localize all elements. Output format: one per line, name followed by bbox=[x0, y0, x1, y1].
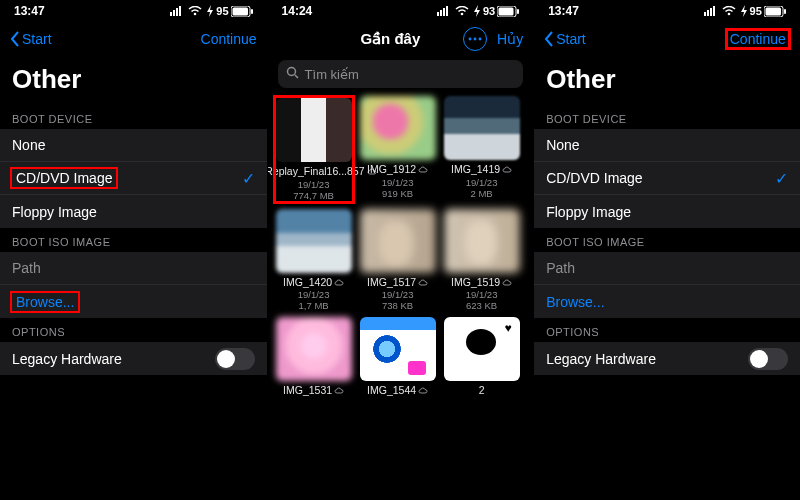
boot-device-cd[interactable]: CD/DVD Image ✓ bbox=[0, 162, 267, 195]
continue-label: Continue bbox=[201, 31, 257, 47]
boot-device-none[interactable]: None bbox=[0, 129, 267, 162]
options-list: Legacy Hardware bbox=[534, 342, 800, 375]
continue-button[interactable]: Continue bbox=[201, 31, 257, 47]
row-label: CD/DVD Image bbox=[546, 170, 642, 186]
file-date: 19/1/23 bbox=[382, 177, 414, 188]
svg-rect-17 bbox=[517, 9, 519, 14]
wifi-icon bbox=[722, 6, 736, 16]
file-grid: RPReplay_Final16...857 19/1/23774,7 MBIM… bbox=[268, 96, 534, 397]
status-time: 13:47 bbox=[14, 4, 45, 18]
row-label: Legacy Hardware bbox=[546, 351, 656, 367]
file-thumbnail bbox=[444, 209, 520, 273]
back-button[interactable]: Start bbox=[10, 31, 52, 47]
boot-device-none[interactable]: None bbox=[534, 129, 800, 162]
file-size: 919 KB bbox=[382, 188, 413, 199]
svg-rect-12 bbox=[446, 6, 448, 16]
battery-indicator: 95 bbox=[206, 5, 252, 17]
file-tile[interactable]: IMG_1531 bbox=[274, 317, 354, 397]
wifi-icon bbox=[455, 6, 469, 16]
boot-device-floppy[interactable]: Floppy Image bbox=[534, 195, 800, 228]
svg-marker-5 bbox=[207, 5, 213, 17]
file-thumbnail bbox=[444, 96, 520, 160]
row-label: Floppy Image bbox=[12, 204, 97, 220]
svg-rect-11 bbox=[443, 8, 445, 16]
browse-button[interactable]: Browse... bbox=[0, 285, 267, 318]
more-options-button[interactable] bbox=[463, 27, 487, 51]
status-bar: 13:47 95 bbox=[0, 0, 267, 22]
iso-path-field[interactable]: Path bbox=[0, 252, 267, 285]
svg-rect-30 bbox=[765, 7, 781, 15]
file-thumbnail bbox=[276, 98, 352, 162]
battery-indicator: 93 bbox=[473, 5, 519, 17]
status-bar: 14:24 93 bbox=[268, 0, 534, 22]
legacy-hardware-row: Legacy Hardware bbox=[534, 342, 800, 375]
nav-bar: Start Continue bbox=[0, 22, 267, 56]
status-time: 14:24 bbox=[282, 4, 313, 18]
section-boot-iso: BOOT ISO IMAGE bbox=[534, 228, 800, 252]
row-label: Legacy Hardware bbox=[12, 351, 122, 367]
file-tile[interactable]: IMG_1419 19/1/232 MB bbox=[442, 96, 522, 203]
boot-device-floppy[interactable]: Floppy Image bbox=[0, 195, 267, 228]
boot-iso-list: Path Browse... bbox=[534, 252, 800, 318]
legacy-hardware-toggle[interactable] bbox=[748, 348, 788, 370]
svg-marker-14 bbox=[474, 5, 480, 17]
cancel-button[interactable]: Hủy bbox=[497, 31, 523, 47]
boot-device-list: None CD/DVD Image ✓ Floppy Image bbox=[534, 129, 800, 228]
file-date: 19/1/23 bbox=[466, 177, 498, 188]
file-date: 19/1/23 bbox=[466, 289, 498, 300]
row-label: CD/DVD Image bbox=[12, 169, 116, 187]
battery-icon bbox=[231, 6, 253, 17]
boot-device-cd[interactable]: CD/DVD Image ✓ bbox=[534, 162, 800, 195]
svg-point-4 bbox=[194, 13, 197, 16]
file-name: IMG_1912 bbox=[367, 164, 428, 176]
browse-button[interactable]: Browse... bbox=[534, 285, 800, 318]
svg-point-20 bbox=[479, 38, 482, 41]
section-boot-iso: BOOT ISO IMAGE bbox=[0, 228, 267, 252]
file-date: 19/1/23 bbox=[382, 289, 414, 300]
file-thumbnail bbox=[444, 317, 520, 381]
file-tile[interactable]: IMG_1519 19/1/23623 KB bbox=[442, 209, 522, 312]
page-title: Other bbox=[0, 56, 267, 105]
cellular-icon bbox=[437, 6, 451, 16]
file-tile[interactable]: IMG_1517 19/1/23738 KB bbox=[358, 209, 438, 312]
cloud-icon bbox=[418, 385, 428, 397]
search-field[interactable]: Tìm kiếm bbox=[278, 60, 524, 88]
svg-rect-24 bbox=[707, 10, 709, 16]
file-tile[interactable]: IMG_1420 19/1/231,7 MB bbox=[274, 209, 354, 312]
file-tile[interactable]: IMG_1544 bbox=[358, 317, 438, 397]
file-name: IMG_1531 bbox=[283, 385, 344, 397]
legacy-hardware-toggle[interactable] bbox=[215, 348, 255, 370]
section-options: OPTIONS bbox=[0, 318, 267, 342]
svg-point-18 bbox=[469, 38, 472, 41]
file-date: 19/1/23 bbox=[298, 289, 330, 300]
chevron-left-icon bbox=[544, 31, 554, 47]
file-thumbnail bbox=[360, 96, 436, 160]
back-label: Start bbox=[22, 31, 52, 47]
svg-point-19 bbox=[474, 38, 477, 41]
svg-line-22 bbox=[295, 75, 298, 78]
file-tile[interactable]: IMG_1912 19/1/23919 KB bbox=[358, 96, 438, 203]
svg-rect-25 bbox=[710, 8, 712, 16]
battery-percent: 93 bbox=[483, 5, 495, 17]
battery-icon bbox=[497, 6, 519, 17]
continue-button[interactable]: Continue bbox=[726, 29, 790, 49]
file-tile[interactable]: 2 bbox=[442, 317, 522, 397]
back-button[interactable]: Start bbox=[544, 31, 586, 47]
cloud-icon bbox=[334, 277, 344, 289]
status-time: 13:47 bbox=[548, 4, 579, 18]
cellular-icon bbox=[170, 6, 184, 16]
svg-rect-31 bbox=[784, 9, 786, 14]
file-name: IMG_1517 bbox=[367, 277, 428, 289]
battery-icon bbox=[764, 6, 786, 17]
section-boot-device: BOOT DEVICE bbox=[0, 105, 267, 129]
svg-rect-26 bbox=[713, 6, 715, 16]
file-name: 2 bbox=[479, 385, 485, 397]
chevron-left-icon bbox=[10, 31, 20, 47]
iso-path-field[interactable]: Path bbox=[534, 252, 800, 285]
file-size: 623 KB bbox=[466, 300, 497, 311]
file-size: 774,7 MB bbox=[293, 190, 334, 201]
file-name: IMG_1420 bbox=[283, 277, 344, 289]
file-thumbnail bbox=[360, 209, 436, 273]
svg-marker-28 bbox=[741, 5, 747, 17]
file-tile[interactable]: RPReplay_Final16...857 19/1/23774,7 MB bbox=[274, 96, 354, 203]
